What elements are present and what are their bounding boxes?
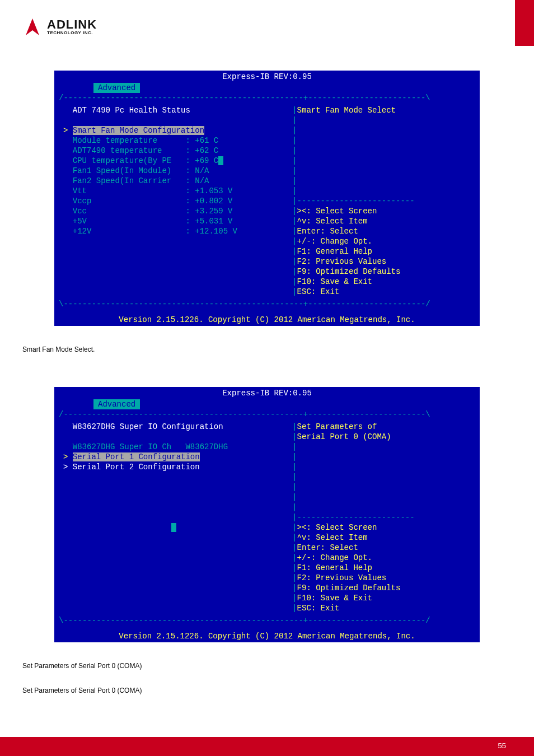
bios-border-bottom: \---------------------------------------… <box>59 615 475 626</box>
bios-help-top: Set Parameters of <box>297 422 377 431</box>
bios-item-selected: Smart Fan Mode Configuration <box>73 126 204 135</box>
bios-title: Express-IB REV:0.95 <box>54 71 480 83</box>
bios-help: F1: General Help <box>297 563 372 572</box>
bios-cursor <box>218 156 223 165</box>
bios-help-top: Serial Port 0 (COMA) <box>297 432 391 441</box>
header-red-stripe <box>515 0 534 46</box>
bios-help: F2: Previous Values <box>297 573 387 582</box>
page-number: 55 <box>498 741 506 750</box>
bios-item: Module temperature : +61 C <box>63 136 283 146</box>
bios-body: /---------------------------------------… <box>54 93 480 314</box>
bios-item-selected: Serial Port 1 Configuration <box>73 452 200 461</box>
logo-text: ADLINK TECHNOLOGY INC. <box>47 18 97 35</box>
bios-help: ^v: Select Item <box>297 533 368 542</box>
bios-item: ADT7490 temperature : +62 C <box>63 146 283 156</box>
bios-item: Vccp : +0.802 V <box>63 196 283 206</box>
bios-item: > Serial Port 1 Configuration <box>63 452 283 462</box>
bios-tabrow: Advanced <box>54 83 480 93</box>
header: ADLINK TECHNOLOGY INC. <box>22 17 512 37</box>
bios-right-col: |Set Parameters of |Serial Port 0 (COMA)… <box>288 419 475 615</box>
bios-help: +/-: Change Opt. <box>297 553 372 562</box>
bios-item: +5V : +5.031 V <box>63 216 283 226</box>
bios-item: CPU temperature(By PE : +69 C <box>63 156 283 166</box>
bios-help: Enter: Select <box>297 543 358 552</box>
bios-help: F2: Previous Values <box>297 257 387 266</box>
bios-help: ESC: Exit <box>297 287 340 296</box>
bios-item: Fan1 Speed(In Module) : N/A <box>63 166 283 176</box>
bios-tab-advanced: Advanced <box>93 83 140 93</box>
bios-left-col: ADT 7490 Pc Health Status > Smart Fan Mo… <box>59 103 288 299</box>
bios-title: Express-IB REV:0.95 <box>54 387 480 399</box>
caption-serial-2: Set Parameters of Serial Port 0 (COMA) <box>22 687 512 694</box>
caption-serial-1: Set Parameters of Serial Port 0 (COMA) <box>22 662 512 670</box>
bios-help: ESC: Exit <box>297 604 340 613</box>
bios-help: ><: Select Screen <box>297 523 377 532</box>
bios-tab-advanced: Advanced <box>93 399 140 409</box>
bios-tabrow: Advanced <box>54 399 480 409</box>
bios-item: +12V : +12.105 V <box>63 226 283 236</box>
bios-help: F9: Optimized Defaults <box>297 584 401 592</box>
logo-block: ADLINK TECHNOLOGY INC. <box>22 17 97 37</box>
logo-icon <box>22 17 43 37</box>
bios-copyright: Version 2.15.1226. Copyright (C) 2012 Am… <box>54 630 480 642</box>
bios-cursor <box>171 523 176 532</box>
bios-help: ^v: Select Item <box>297 217 368 226</box>
bios-border-top: /---------------------------------------… <box>59 409 475 419</box>
bios-item: Vtt : +1.053 V <box>63 186 283 196</box>
bios-left-col: W83627DHG Super IO Configuration W83627D… <box>59 419 288 615</box>
bios-screenshot-health: Express-IB REV:0.95 Advanced /----------… <box>54 71 480 326</box>
bios-item: Vcc : +3.259 V <box>63 206 283 216</box>
bios-help: F9: Optimized Defaults <box>297 267 401 276</box>
bios-item: > Serial Port 2 Configuration <box>63 462 283 472</box>
bios-border-bottom: \---------------------------------------… <box>59 299 475 309</box>
page-footer: 55 <box>0 737 534 756</box>
bios-help: ><: Select Screen <box>297 207 377 216</box>
logo-small: TECHNOLOGY INC. <box>47 31 97 35</box>
bios-item: Fan2 Speed(In Carrier : N/A <box>63 176 283 186</box>
bios-help: F10: Save & Exit <box>297 277 372 286</box>
bios-border-top: /---------------------------------------… <box>59 93 475 103</box>
bios-heading: ADT 7490 Pc Health Status <box>73 106 190 115</box>
bios-screenshot-superio: Express-IB REV:0.95 Advanced /----------… <box>54 387 480 642</box>
bios-help: F10: Save & Exit <box>297 594 372 603</box>
bios-help: +/-: Change Opt. <box>297 237 372 246</box>
bios-body: /---------------------------------------… <box>54 409 480 630</box>
logo-big: ADLINK <box>47 18 97 31</box>
bios-heading: W83627DHG Super IO Configuration <box>73 422 223 431</box>
bios-help-top: Smart Fan Mode Select <box>297 106 396 115</box>
bios-item: W83627DHG Super IO Ch W83627DHG <box>63 442 283 452</box>
bios-item: > Smart Fan Mode Configuration <box>63 125 283 136</box>
bios-help: F1: General Help <box>297 247 372 256</box>
bios-copyright: Version 2.15.1226. Copyright (C) 2012 Am… <box>54 314 480 326</box>
caption-smart-fan: Smart Fan Mode Select. <box>22 346 512 353</box>
page: ADLINK TECHNOLOGY INC. Express-IB REV:0.… <box>0 0 534 756</box>
bios-right-col: |Smart Fan Mode Select | | | | | | | | |… <box>288 103 475 299</box>
bios-help: Enter: Select <box>297 227 358 236</box>
